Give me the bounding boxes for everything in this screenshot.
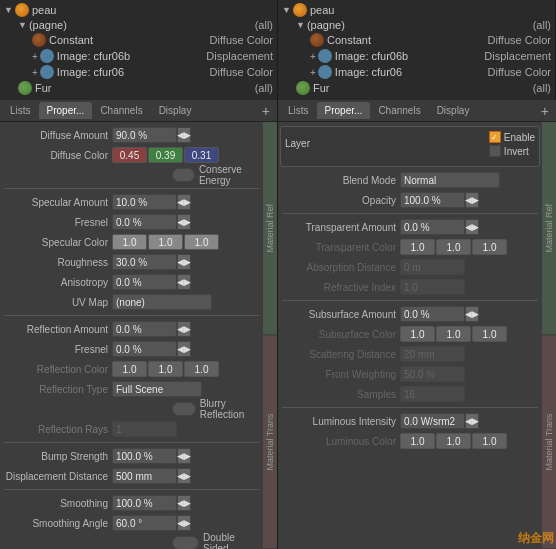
opacity-input[interactable] [400,192,465,208]
tree-item-constant-right[interactable]: Constant Diffuse Color [308,32,553,48]
tree-item-fur-left[interactable]: Fur (all) [16,80,275,96]
tab-proper-right[interactable]: Proper... [317,102,371,119]
reflection-type-dropdown[interactable]: Full Scene [112,381,202,397]
reflection-color-b: 1.0 [184,361,219,377]
conserve-toggle-circle[interactable] [172,168,195,182]
luminous-intensity-slider-btn[interactable]: ◀▶ [465,413,479,429]
smoothing-angle-slider-btn[interactable]: ◀▶ [177,515,191,531]
diffuse-color-b[interactable]: 0.31 [184,147,219,163]
tree-item-img1-left[interactable]: + Image: cfur06b Displacement [30,48,275,64]
tree-item-pagne-right[interactable]: ▼ (pagne) (all) [294,18,553,32]
bump-strength-input[interactable] [112,448,177,464]
divider-r2 [282,300,538,301]
specular-color-r[interactable]: 1.0 [112,234,147,250]
material-trans-tab-left[interactable]: Material Trans [263,336,277,550]
displacement-distance-input[interactable] [112,468,177,484]
tree-value: Diffuse Color [488,66,551,78]
tree-value: Displacement [484,50,551,62]
specular-amount-slider-btn[interactable]: ◀▶ [177,194,191,210]
constant-icon [310,33,324,47]
tree-item-peau-right[interactable]: ▼ peau [280,2,553,18]
bump-strength-slider-btn[interactable]: ◀▶ [177,448,191,464]
transparent-color-g: 1.0 [436,239,471,255]
tab-display-left[interactable]: Display [151,102,200,119]
diffuse-color-g[interactable]: 0.39 [148,147,183,163]
add-tab-button-right[interactable]: + [536,103,554,119]
tree-item-pagne-left[interactable]: ▼ (pagne) (all) [16,18,275,32]
subsurface-amount-slider-btn[interactable]: ◀▶ [465,306,479,322]
reflection-amount-input[interactable] [112,321,177,337]
fresnel-slider-btn[interactable]: ◀▶ [177,214,191,230]
tree-item-constant-left[interactable]: Constant Diffuse Color [30,32,275,48]
reflection-fresnel-slider-btn[interactable]: ◀▶ [177,341,191,357]
refractive-index-row: Refractive Index [280,278,540,296]
opacity-slider-btn[interactable]: ◀▶ [465,192,479,208]
tab-display-right[interactable]: Display [429,102,478,119]
uv-map-dropdown[interactable]: (none) [112,294,212,310]
specular-amount-input[interactable] [112,194,177,210]
subsurface-color-g: 1.0 [436,326,471,342]
transparent-amount-slider-btn[interactable]: ◀▶ [465,219,479,235]
diffuse-amount-input[interactable] [112,127,177,143]
reflection-type-label: Reflection Type [2,384,112,395]
tree-label: Fur [313,82,528,94]
blurry-reflection-toggle-circle[interactable] [172,402,196,416]
luminous-color-r: 1.0 [400,433,435,449]
smoothing-input[interactable] [112,495,177,511]
conserve-energy-toggle[interactable]: Conserve Energy [172,164,261,186]
anisotropy-row: Anisotropy ◀▶ [2,273,261,291]
blurry-reflection-toggle[interactable]: Blurry Reflection [172,398,261,420]
reflection-fresnel-input[interactable] [112,341,177,357]
diffuse-amount-slider-btn[interactable]: ◀▶ [177,127,191,143]
luminous-intensity-input[interactable] [400,413,465,429]
fur-icon [18,81,32,95]
reflection-amount-slider-btn[interactable]: ◀▶ [177,321,191,337]
tree-item-peau-left[interactable]: ▼ peau [2,2,275,18]
roughness-slider-btn[interactable]: ◀▶ [177,254,191,270]
diffuse-color-r[interactable]: 0.45 [112,147,147,163]
divider-2 [4,315,259,316]
double-sided-toggle-circle[interactable] [172,536,199,549]
left-panel-scroll: Diffuse Amount ◀▶ Diffuse Color 0.45 0.3… [0,122,263,549]
smoothing-angle-input[interactable] [112,515,177,531]
material-ref-tab-right[interactable]: Material Ref [542,122,556,336]
subsurface-amount-input[interactable] [400,306,465,322]
tree-value: (all) [533,19,551,31]
material-trans-tab-right[interactable]: Material Trans [542,336,556,550]
tab-lists-right[interactable]: Lists [280,102,317,119]
material-ref-tab-left[interactable]: Material Ref [263,122,277,336]
luminous-color-swatch: 1.0 1.0 1.0 [400,433,507,449]
blend-mode-dropdown[interactable]: Normal [400,172,500,188]
roughness-label: Roughness [2,257,112,268]
absorption-distance-label: Absorption Distance [280,262,400,273]
enable-label: Enable [504,132,535,143]
tab-proper-left[interactable]: Proper... [39,102,93,119]
displacement-distance-slider-btn[interactable]: ◀▶ [177,468,191,484]
material-icon [293,3,307,17]
divider-r1 [282,213,538,214]
fresnel-input[interactable] [112,214,177,230]
image-icon [40,49,54,63]
add-tab-button-left[interactable]: + [257,103,275,119]
anisotropy-slider-btn[interactable]: ◀▶ [177,274,191,290]
tree-item-img2-right[interactable]: + Image: cfur06 Diffuse Color [308,64,553,80]
tab-lists-left[interactable]: Lists [2,102,39,119]
tab-channels-right[interactable]: Channels [370,102,428,119]
tab-channels-left[interactable]: Channels [92,102,150,119]
invert-checkbox[interactable] [489,145,501,157]
tree-item-img2-left[interactable]: + Image: cfur06 Diffuse Color [30,64,275,80]
subsurface-color-swatch: 1.0 1.0 1.0 [400,326,507,342]
double-sided-label: Double Sided [203,532,261,549]
smoothing-slider-btn[interactable]: ◀▶ [177,495,191,511]
tree-item-fur-right[interactable]: Fur (all) [294,80,553,96]
enable-checkbox[interactable]: ✓ [489,131,501,143]
transparent-color-label: Transparent Color [280,242,400,253]
specular-color-g[interactable]: 1.0 [148,234,183,250]
transparent-amount-input[interactable] [400,219,465,235]
double-sided-toggle[interactable]: Double Sided [172,532,261,549]
specular-color-b[interactable]: 1.0 [184,234,219,250]
tree-item-img1-right[interactable]: + Image: cfur06b Displacement [308,48,553,64]
conserve-energy-row: Conserve Energy [2,166,261,184]
roughness-input[interactable] [112,254,177,270]
anisotropy-input[interactable] [112,274,177,290]
